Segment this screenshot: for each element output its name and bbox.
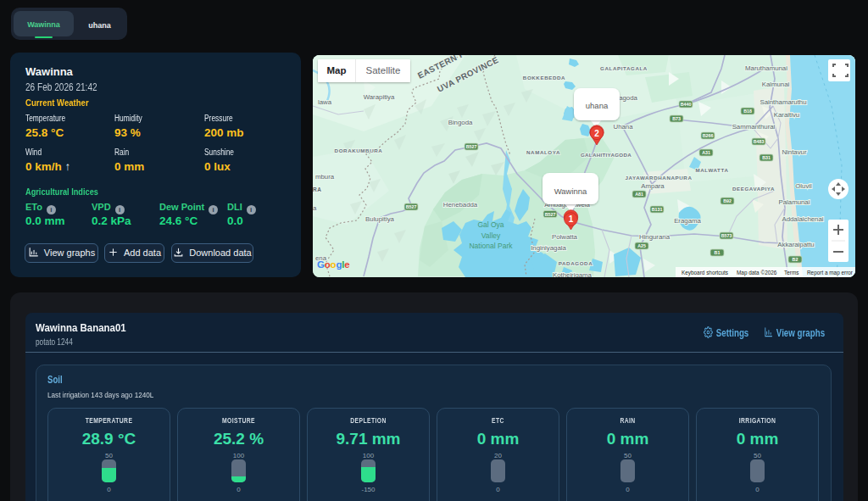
svg-text:A81: A81	[635, 192, 643, 197]
svg-text:B266: B266	[703, 133, 714, 138]
svg-text:Inginiyagala: Inginiyagala	[531, 244, 566, 252]
svg-text:Map: Map	[327, 65, 347, 75]
svg-text:B92: B92	[723, 198, 732, 203]
svg-text:1: 1	[569, 214, 574, 224]
svg-text:GALAPITAGALA: GALAPITAGALA	[600, 65, 648, 71]
svg-text:A25: A25	[637, 243, 646, 248]
svg-text:uhana: uhana	[586, 101, 609, 110]
svg-text:MALWATTA: MALWATTA	[696, 167, 729, 173]
svg-text:agoda: agoda	[619, 94, 637, 102]
svg-text:Valley: Valley	[481, 231, 501, 240]
svg-text:Kotheirigama: Kotheirigama	[553, 271, 593, 277]
svg-text:Karaitivu: Karaitivu	[774, 111, 799, 119]
svg-text:Nintavur: Nintavur	[782, 148, 806, 156]
svg-text:Oluvil: Oluvil	[795, 182, 812, 190]
svg-text:PADAGODA: PADAGODA	[559, 260, 593, 266]
svg-text:B31: B31	[762, 155, 771, 160]
svg-text:B1: B1	[715, 250, 721, 255]
svg-text:NAMALOYA: NAMALOYA	[526, 149, 560, 155]
svg-text:Bulupitiya: Bulupitiya	[365, 215, 394, 223]
svg-text:Map data ©2026: Map data ©2026	[737, 270, 777, 276]
svg-text:Palamunai: Palamunai	[779, 198, 810, 206]
svg-text:Sammanthurai: Sammanthurai	[732, 123, 776, 131]
svg-text:Kalmunai: Kalmunai	[762, 81, 790, 88]
svg-text:mbura: mbura	[315, 173, 335, 181]
svg-text:Addalaichenai: Addalaichenai	[782, 215, 824, 223]
svg-text:DEEGAVAPIYA: DEEGAVAPIYA	[732, 186, 775, 192]
svg-text:B527: B527	[406, 204, 417, 209]
svg-text:Polwatta: Polwatta	[552, 233, 578, 241]
svg-text:Bingoda: Bingoda	[448, 119, 473, 126]
svg-text:Hingurana: Hingurana	[639, 233, 670, 241]
svg-text:A31: A31	[702, 150, 710, 155]
svg-text:Keyboard shortcuts: Keyboard shortcuts	[682, 270, 728, 276]
svg-text:B2: B2	[793, 257, 798, 262]
svg-text:BOKKEBEDDA: BOKKEBEDDA	[523, 75, 565, 81]
svg-text:Eragama: Eragama	[674, 217, 701, 225]
svg-text:2: 2	[594, 129, 599, 138]
svg-text:RA: RA	[313, 186, 322, 192]
svg-text:B73: B73	[672, 116, 681, 121]
svg-text:B440: B440	[681, 102, 692, 107]
svg-text:Henebadda: Henebadda	[443, 201, 478, 209]
svg-text:B573: B573	[721, 233, 732, 238]
svg-text:National Park: National Park	[469, 242, 513, 250]
svg-text:B131: B131	[652, 207, 663, 212]
svg-text:Warapitiya: Warapitiya	[364, 93, 395, 101]
svg-text:DORAKUMBURA: DORAKUMBURA	[335, 148, 383, 153]
svg-text:GALAHITIYAGODA: GALAHITIYAGODA	[581, 152, 632, 158]
svg-text:B18: B18	[743, 109, 752, 114]
svg-text:Report a map error: Report a map error	[807, 270, 854, 276]
svg-text:Maruthamunai: Maruthamunai	[745, 64, 787, 72]
svg-text:B527: B527	[466, 144, 477, 149]
svg-text:Satellite: Satellite	[366, 65, 401, 75]
svg-text:lawa: lawa	[318, 98, 332, 106]
svg-text:B527: B527	[545, 212, 556, 217]
svg-text:Sainthamaruthu: Sainthamaruthu	[760, 98, 806, 106]
svg-text:a: a	[313, 204, 317, 212]
svg-text:Google: Google	[317, 259, 349, 270]
svg-text:Terms: Terms	[784, 270, 798, 276]
svg-text:Akkaraipattu: Akkaraipattu	[777, 241, 814, 248]
svg-text:Ampara: Ampara	[641, 182, 665, 190]
svg-text:Wawinna: Wawinna	[554, 186, 587, 196]
svg-text:B483: B483	[754, 139, 765, 144]
svg-text:Uhana: Uhana	[614, 123, 634, 131]
svg-text:Gal Oya: Gal Oya	[477, 220, 504, 229]
svg-text:JAYAWARDHANAPURA: JAYAWARDHANAPURA	[626, 175, 693, 181]
